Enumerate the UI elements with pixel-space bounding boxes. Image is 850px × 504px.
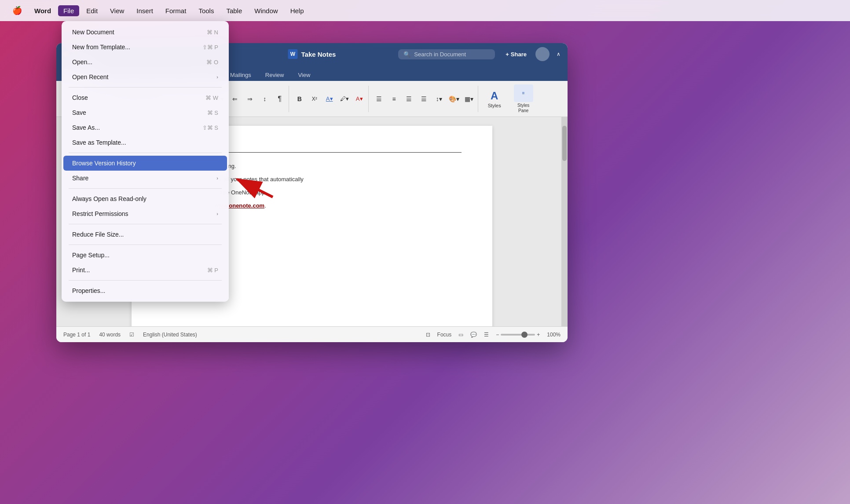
language: English (United States) (143, 332, 197, 338)
share-arrow-icon: › (216, 175, 218, 181)
menubar-insert[interactable]: Insert (131, 5, 158, 16)
user-avatar[interactable] (535, 47, 550, 61)
share-button[interactable]: + Share (506, 51, 527, 58)
menu-browse-version-history-label: Browse Version History (72, 160, 136, 167)
layout-icon[interactable]: ▭ (458, 332, 463, 338)
menu-open[interactable]: Open... ⌘ O (63, 55, 227, 69)
menu-new-document-label: New Document (72, 29, 114, 36)
line-spacing-btn[interactable]: ↕▾ (432, 92, 446, 106)
file-menu-dropdown: New Document ⌘ N New from Template... ⇧⌘… (62, 21, 229, 302)
font-color-a-btn[interactable]: A▾ (322, 92, 337, 106)
menu-open-label: Open... (72, 58, 92, 66)
bold-btn[interactable]: B (293, 92, 307, 106)
scrollbar-thumb[interactable] (562, 126, 567, 161)
menu-save-as-shortcut: ⇧⌘ S (202, 124, 218, 131)
menubar-table[interactable]: Table (221, 5, 247, 16)
menu-save-as-label: Save As... (72, 124, 100, 131)
menubar-file[interactable]: File (58, 5, 79, 16)
justify-btn[interactable]: ☰ (417, 92, 431, 106)
menu-close[interactable]: Close ⌘ W (63, 90, 227, 105)
separator-5 (69, 245, 222, 245)
tab-view[interactable]: View (291, 69, 317, 81)
superscript-btn[interactable]: X² (308, 92, 322, 106)
styles-pane-icon: ≡ (514, 84, 533, 102)
menu-open-recent[interactable]: Open Recent › (63, 69, 227, 84)
menu-new-document[interactable]: New Document ⌘ N (63, 25, 227, 40)
styles-pane-label: StylesPane (517, 103, 529, 113)
tab-review[interactable]: Review (258, 69, 291, 81)
outdent-btn[interactable]: ⇐ (228, 92, 242, 106)
menubar-view[interactable]: View (105, 5, 129, 16)
align-group: ☰ ≡ ☰ ☰ ↕▾ 🎨▾ ▦▾ (370, 86, 478, 112)
zoom-slider-thumb[interactable] (521, 332, 528, 338)
menu-new-from-template[interactable]: New from Template... ⇧⌘ P (63, 40, 227, 55)
pilcrow-btn[interactable]: ¶ (273, 92, 287, 106)
zoom-slider-track[interactable] (501, 334, 535, 336)
menu-always-open-read-only[interactable]: Always Open as Read-only (63, 191, 227, 206)
menu-new-document-shortcut: ⌘ N (207, 29, 218, 36)
statusbar-right: ⊡ Focus ▭ 💬 ☰ − + 100% (426, 332, 561, 338)
menu-restrict-permissions[interactable]: Restrict Permissions › (63, 206, 227, 221)
search-input[interactable] (414, 51, 484, 58)
menu-print[interactable]: Print... ⌘ P (63, 263, 227, 278)
menu-save-as-template[interactable]: Save as Template... (63, 135, 227, 150)
menu-restrict-permissions-label: Restrict Permissions (72, 210, 128, 217)
menu-close-shortcut: ⌘ W (205, 95, 218, 101)
view-icon[interactable]: ☰ (484, 332, 489, 338)
menubar-edit[interactable]: Edit (81, 5, 103, 16)
menu-browse-version-history[interactable]: Browse Version History (63, 156, 227, 171)
menu-share[interactable]: Share › (63, 171, 227, 186)
comment-icon[interactable]: 💬 (470, 332, 477, 338)
zoom-control[interactable]: − + (496, 332, 540, 338)
zoom-in-icon[interactable]: + (537, 332, 540, 338)
menu-print-label: Print... (72, 267, 90, 274)
menu-always-open-read-only-label: Always Open as Read-only (72, 195, 147, 202)
menu-save-as[interactable]: Save As... ⇧⌘ S (63, 120, 227, 135)
menu-save-shortcut: ⌘ S (207, 110, 218, 116)
menubar-tools[interactable]: Tools (193, 5, 219, 16)
zoom-out-icon[interactable]: − (496, 332, 499, 338)
menu-properties[interactable]: Properties... (63, 283, 227, 298)
align-left-btn[interactable]: ☰ (372, 92, 386, 106)
highlight-btn[interactable]: 🖊▾ (337, 92, 352, 106)
menu-page-setup-label: Page Setup... (72, 252, 110, 259)
word-count: 40 words (99, 332, 121, 338)
menu-reduce-file-size[interactable]: Reduce File Size... (63, 227, 227, 242)
menu-save[interactable]: Save ⌘ S (63, 105, 227, 120)
share-plus-icon: + (506, 51, 509, 58)
collapse-ribbon-icon[interactable]: ∧ (557, 51, 561, 57)
separator-2 (69, 153, 222, 153)
scrollbar[interactable] (561, 117, 568, 326)
track-changes-icon: ☑ (129, 332, 134, 338)
styles-label: Styles (488, 103, 501, 108)
align-center-btn[interactable]: ≡ (387, 92, 401, 106)
menu-print-shortcut: ⌘ P (207, 267, 218, 274)
menu-close-label: Close (72, 94, 88, 101)
styles-group: A Styles ≡ StylesPane (480, 86, 541, 112)
align-right-btn[interactable]: ☰ (402, 92, 416, 106)
menubar-help[interactable]: Help (285, 5, 309, 16)
search-bar[interactable]: 🔍 (398, 49, 495, 59)
borders-btn[interactable]: ▦▾ (462, 92, 476, 106)
styles-pane-button[interactable]: ≡ StylesPane (508, 84, 539, 114)
apple-menu[interactable]: 🍎 (7, 4, 27, 17)
shading-btn[interactable]: 🎨▾ (447, 92, 461, 106)
statusbar: Page 1 of 1 40 words ☑ English (United S… (56, 326, 568, 342)
menubar-window[interactable]: Window (249, 5, 283, 16)
doc-line4-suffix: . (264, 202, 266, 209)
text-color-btn[interactable]: A▾ (352, 92, 366, 106)
menubar-word[interactable]: Word (29, 5, 56, 16)
focus-label[interactable]: Focus (437, 332, 452, 338)
indent-btn[interactable]: ⇒ (243, 92, 257, 106)
share-label: Share (511, 51, 527, 58)
menu-page-setup[interactable]: Page Setup... (63, 248, 227, 263)
separator-4 (69, 224, 222, 224)
focus-icon: ⊡ (426, 332, 430, 338)
menu-open-recent-label: Open Recent (72, 73, 109, 80)
menu-share-label: Share (72, 175, 88, 182)
document-title: Take Notes (301, 51, 336, 58)
word-app-icon: W (288, 49, 298, 59)
menubar-format[interactable]: Format (160, 5, 192, 16)
sort-btn[interactable]: ↕ (258, 92, 272, 106)
styles-button[interactable]: A Styles (482, 84, 507, 114)
